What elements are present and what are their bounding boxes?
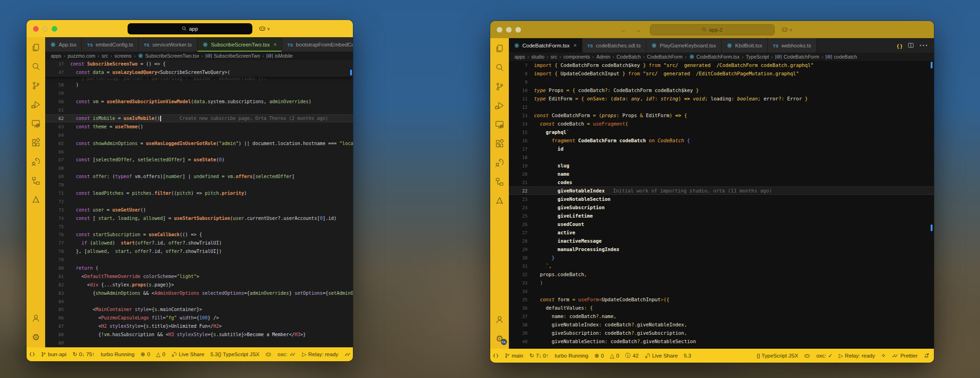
tab-subscribescreentwo-tsx[interactable]: SubscribeScreenTwo.tsx× <box>197 37 283 52</box>
tab-bootstrapfromembedco[interactable]: TSbootstrapFromEmbedCo <box>282 37 353 52</box>
more-actions-icon[interactable]: ··· <box>919 41 928 50</box>
source-control-icon[interactable] <box>30 80 41 91</box>
gear-icon[interactable]: ⚙CL <box>494 333 505 344</box>
live-share-icon[interactable] <box>494 157 505 168</box>
cone-icon[interactable] <box>494 195 505 206</box>
status--typescript-jsx[interactable]: {} TypeScript JSX <box>218 351 259 357</box>
code-line-31[interactable]: 31 `, <box>509 262 934 270</box>
status-copilot-icon[interactable] <box>265 351 271 358</box>
hierarchy-icon[interactable] <box>494 176 505 187</box>
code-line-68[interactable]: 68 <box>45 164 353 172</box>
breadcrumb-item[interactable]: [@]codeBatch <box>825 54 857 60</box>
code-line-33[interactable]: 33 ) <box>509 279 934 287</box>
code-line-67[interactable]: 67 const [selectedOffer, setSelectedOffe… <box>45 156 353 164</box>
code-line-74[interactable]: 74 const [_start, loading, allowed] = us… <box>45 214 353 222</box>
source-control-icon[interactable] <box>494 81 505 92</box>
code-line-69[interactable]: 69 const offer: (typeof vm.offers)[numbe… <box>45 172 353 181</box>
code-line-76[interactable]: 76 const startSubscription = useCallback… <box>45 231 353 239</box>
tab-serviceworker-ts[interactable]: TSserviceWorker.ts <box>139 37 197 52</box>
extensions-icon[interactable] <box>30 137 41 148</box>
code-line-63[interactable]: 63 const theme = useTheme() <box>45 122 353 131</box>
minimize-window-button[interactable] <box>42 26 48 32</box>
code-line-24[interactable]: 24 giveSubscription <box>509 203 934 212</box>
code-line-58[interactable]: 58 ) <box>45 81 353 89</box>
status-0-75-[interactable]: ↻0↓ 75↑ <box>73 351 95 357</box>
status-42[interactable]: ⓘ42 <box>625 353 639 358</box>
status-turbo-running[interactable]: turbo Running <box>555 353 588 358</box>
tab-webhooks-ts[interactable]: TSwebhooks.ts <box>768 38 817 53</box>
close-tab-icon[interactable]: × <box>574 42 577 49</box>
code-line-81[interactable]: 81 <DefaultThemeOverride colorScheme="li… <box>45 272 353 280</box>
status-7-0-[interactable]: ↻7↓ 0↑ <box>529 353 549 358</box>
code-line-40[interactable]: 40 giveNotableSection: codeBatch?.giveNo… <box>509 337 934 345</box>
back-icon[interactable]: ← <box>621 26 627 33</box>
code-line-14[interactable]: 14 const codeBatch = useFragment( <box>509 119 934 128</box>
code-line-80[interactable]: 80 return ( <box>45 264 353 272</box>
tab-app-tsx[interactable]: App.tsx <box>45 37 82 52</box>
remote-explorer-icon[interactable] <box>30 118 41 129</box>
status-5-3[interactable]: 5.3 <box>210 351 218 357</box>
status-remote-icon[interactable] <box>493 353 499 358</box>
chevron-down-icon[interactable]: ∨ <box>790 27 793 32</box>
code-line-39[interactable]: 39 giveSubscription: codeBatch?.giveSubs… <box>509 329 934 337</box>
toggle-braces-icon[interactable]: { } <box>897 41 902 50</box>
status-live-share[interactable]: Live Share <box>171 351 204 357</box>
code-line-16[interactable]: 16 fragment CodeBatchForm_codeBatch on C… <box>509 136 934 145</box>
status-0[interactable]: ⊗0 <box>595 353 604 358</box>
code-line-13[interactable]: 13const CodeBatchForm = (props: Props & … <box>509 111 934 119</box>
close-window-button[interactable] <box>33 26 39 32</box>
extensions-icon[interactable] <box>494 138 505 149</box>
code-line-61[interactable]: 61 <box>45 106 353 114</box>
status-relay-ready[interactable]: ▷Relay: ready <box>302 351 338 357</box>
status-0[interactable]: △0 <box>156 351 165 357</box>
tab-kbdbolt-tsx[interactable]: KbdBolt.tsx <box>722 38 768 53</box>
account-icon[interactable] <box>494 314 505 325</box>
status-copilot-icon[interactable] <box>804 353 810 359</box>
account-icon[interactable] <box>30 312 41 324</box>
debug-icon[interactable] <box>494 100 505 111</box>
code-line-8[interactable]: 8import { UpdateCodeBatchInput } from "s… <box>509 69 934 78</box>
breadcrumb-item[interactable]: src <box>101 53 108 59</box>
code-line-60[interactable]: 60 const vm = useSharedSubscriptionViewM… <box>45 98 353 106</box>
code-line-11[interactable]: 11type EditForm = { onSave: (data: any, … <box>509 94 934 103</box>
breadcrumb-item[interactable]: [@]CodeBatchForm <box>775 54 819 60</box>
code-line-59[interactable]: 59 <box>45 89 353 98</box>
breadcrumb-item[interactable]: src <box>551 54 557 60</box>
code-line-23[interactable]: 23 giveNotableSection <box>509 195 934 203</box>
tab-playgamekeyboard-tsx[interactable]: PlayGameKeyboard.tsx <box>646 38 722 53</box>
code-line-79[interactable]: 79 <box>45 256 353 264</box>
status-burr-api[interactable]: burr-api <box>41 351 67 357</box>
tab-codebatchform-tsx[interactable]: CodeBatchForm.tsx× <box>509 38 582 53</box>
status-0[interactable]: △0 <box>610 353 619 358</box>
code-line-9[interactable]: 9 <box>509 78 934 86</box>
code-line-20[interactable]: 20 name <box>509 170 934 178</box>
code-line-18[interactable]: 18 <box>509 153 934 161</box>
status-remote-icon[interactable] <box>29 351 35 357</box>
breadcrumb-item[interactable]: Admin <box>596 54 610 60</box>
chevron-down-icon[interactable]: ∨ <box>267 27 270 31</box>
status-oxc-[interactable]: oxc:✓✓ <box>277 351 296 358</box>
code-editor[interactable]: 7import { CodeBatchForm_codeBatch$key } … <box>509 61 934 349</box>
breadcrumb-item[interactable]: CodeBatchForm <box>647 54 683 60</box>
forward-icon[interactable]: → <box>635 26 641 33</box>
split-editor-icon[interactable] <box>908 42 914 48</box>
code-line-62[interactable]: 62 const isMobile = useIsMobile()Create … <box>45 114 353 123</box>
code-line-37[interactable]: 37const SubscribeScreenTwo = () => { <box>45 60 353 68</box>
breadcrumb-item[interactable]: SubscribeScreenTwo.tsx <box>138 53 199 59</box>
code-line-85[interactable]: 85 <MainContainer style={s.mainContainer… <box>45 305 353 314</box>
code-line-77[interactable]: 77 if (allowed) _start(offer?.id, offer?… <box>45 239 353 247</box>
code-line-86[interactable]: 86 <PuzzmoCapsuleLogo fill="fg" width={1… <box>45 314 353 322</box>
maximize-window-button[interactable] <box>515 27 521 33</box>
breadcrumb-item[interactable]: apps <box>51 53 61 59</box>
status-bell-icon[interactable] <box>924 353 929 358</box>
code-line-10[interactable]: 10type Props = { codeBatch?: CodeBatchFo… <box>509 86 934 94</box>
status-main[interactable]: main <box>505 353 523 358</box>
code-line-78[interactable]: 78 }, [allowed, _start, offer?.id, offer… <box>45 247 353 256</box>
breadcrumb-item[interactable]: puzzmo.com <box>68 53 95 59</box>
breadcrumb-item[interactable]: studio <box>531 54 544 60</box>
code-line-82[interactable]: 82 <div {...stylex.props(s.page)}> <box>45 280 353 289</box>
breadcrumb-item[interactable]: [@]isMobile <box>266 53 293 59</box>
code-line-73[interactable]: 73 const user = useGetUser() <box>45 206 353 214</box>
code-line-17[interactable]: 17 id <box>509 145 934 153</box>
maximize-window-button[interactable] <box>52 26 57 32</box>
